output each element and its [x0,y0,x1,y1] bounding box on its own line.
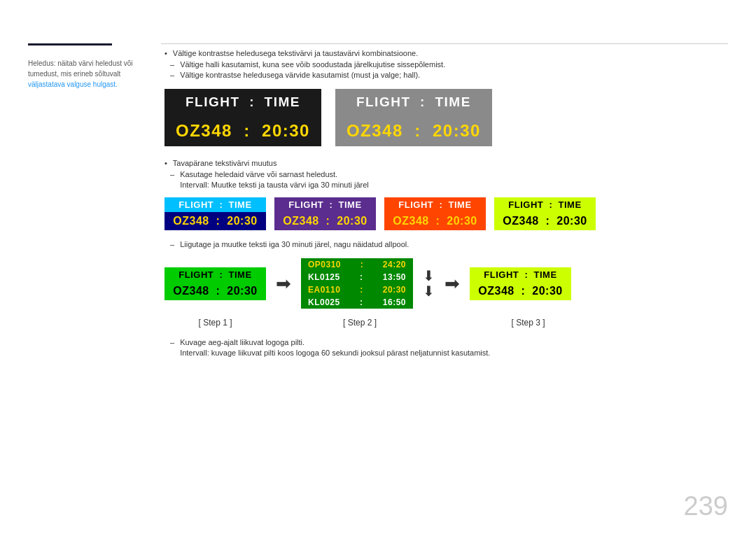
dash-2: – [170,71,174,79]
arrows-down: ⬇ ⬇ [423,269,435,298]
step1-top: FLIGHT : TIME [164,267,266,282]
top-rule [161,43,728,44]
arrow-down-2: ⬇ [423,284,435,298]
bullet-item-1: • Vältige kontrastse heledusega tekstivä… [164,49,728,57]
step1-label: [ Step 1 ] [164,316,266,328]
sidebar: Heledus: näitab värvi heledust või tumed… [28,43,150,90]
display-cyan-top: FLIGHT : TIME [164,197,266,212]
display-dark-bottom: OZ348 : 20:30 [164,115,321,146]
step2-row3: EA0110:20:30 [301,283,413,296]
display-gray-bottom: OZ348 : 20:30 [335,115,492,146]
note-dash-text-2: Intervall: Muutke teksti ja tausta värvi… [180,181,369,189]
display-yellow-bottom: OZ348 : 20:30 [494,212,596,230]
screensaver-text-1: Kuvage aeg-ajalt liikuvat logoga pilti. [180,338,304,346]
page-number: 239 [684,491,728,521]
steps-row: FLIGHT : TIME OZ348 : 20:30 ➡ OP0310:24:… [164,258,728,309]
sidebar-line2: tumedust, mis erineb sõltuvalt [28,70,120,78]
scroll-note: – Liigutage ja muutke teksti iga 30 minu… [164,240,728,248]
step3-bottom: OZ348 : 20:30 [470,282,571,300]
display-orange: FLIGHT : TIME OZ348 : 20:30 [384,197,486,230]
screensaver-dash-1: – Kuvage aeg-ajalt liikuvat logoga pilti… [164,338,728,346]
arrow-down-1: ⬇ [423,269,435,283]
screensaver-dash-sym-2 [170,349,174,357]
display-purple-bottom: OZ348 : 20:30 [274,212,376,230]
step2-display: OP0310:24:20 KL0125:13:50 EA0110:20:30 K… [301,258,413,309]
scroll-dash-sym: – [170,240,174,248]
display-cyan-bottom: OZ348 : 20:30 [164,212,266,230]
dash-1: – [170,60,174,69]
dash-text-2: Vältige kontrastse heledusega värvide ka… [180,71,420,79]
large-displays-row: FLIGHT : TIME OZ348 : 20:30 FLIGHT : TIM… [164,89,728,146]
step2-label: [ Step 2 ] [304,316,416,328]
note-dash-2: Intervall: Muutke teksti ja tausta värvi… [164,181,728,189]
screensaver-notes: – Kuvage aeg-ajalt liikuvat logoga pilti… [164,338,728,357]
step3-container: FLIGHT : TIME OZ348 : 20:30 [470,267,571,300]
arrow-right-2: ➡ [444,273,460,295]
screensaver-text-2: Intervall: kuvage liikuvat pilti koos lo… [180,349,490,357]
notes-section: • Tavapärane tekstivärvi muutus – Kasuta… [164,159,728,189]
step3-label: [ Step 3 ] [477,316,579,328]
display-purple: FLIGHT : TIME OZ348 : 20:30 [274,197,376,230]
small-boxes-row: FLIGHT : TIME OZ348 : 20:30 FLIGHT : TIM… [164,197,728,230]
note-dash-sym-2 [170,181,174,189]
display-orange-bottom: OZ348 : 20:30 [384,212,486,230]
dash-item-2: – Vältige kontrastse heledusega värvide … [164,71,728,79]
sidebar-line3: väljastatava valguse hulgast. [28,80,118,88]
screensaver-dash-2: Intervall: kuvage liikuvat pilti koos lo… [164,349,728,357]
display-cyan: FLIGHT : TIME OZ348 : 20:30 [164,197,266,230]
sidebar-line1: Heledus: näitab värvi heledust või [28,59,133,67]
display-purple-top: FLIGHT : TIME [274,197,376,212]
bullet-section: • Vältige kontrastse heledusega tekstivä… [164,49,728,79]
scroll-dash-text: Liigutage ja muutke teksti iga 30 minuti… [180,240,409,248]
display-orange-top: FLIGHT : TIME [384,197,486,212]
step2-row2: KL0125:13:50 [301,271,413,283]
step3-top: FLIGHT : TIME [470,267,571,282]
note-bullet-dot: • [164,159,167,167]
step1-bottom: OZ348 : 20:30 [164,282,266,300]
step-labels-row: [ Step 1 ] [ Step 2 ] [ Step 3 ] [164,316,728,328]
arrow-right-1: ➡ [276,273,291,295]
screensaver-dash-sym-1: – [170,338,174,346]
step1-display: FLIGHT : TIME OZ348 : 20:30 [164,267,266,300]
display-dark-top: FLIGHT : TIME [164,89,321,115]
display-yellow: FLIGHT : TIME OZ348 : 20:30 [494,197,596,230]
note-dash-text-1: Kasutage heledaid värve või sarnast hele… [180,170,337,178]
display-yellow-top: FLIGHT : TIME [494,197,596,212]
note-dash-1: – Kasutage heledaid värve või sarnast he… [164,170,728,178]
main-content: • Vältige kontrastse heledusega tekstivä… [164,49,728,359]
display-gray: FLIGHT : TIME OZ348 : 20:30 [335,89,492,146]
step2-row4: KL0025:16:50 [301,296,413,309]
note-bullet-1: • Tavapärane tekstivärvi muutus [164,159,728,167]
bullet-dot-1: • [164,49,167,57]
dash-text-1: Vältige halli kasutamist, kuna see võib … [180,60,445,69]
dash-item-1: – Vältige halli kasutamist, kuna see või… [164,60,728,69]
sidebar-text: Heledus: näitab värvi heledust või tumed… [28,58,150,90]
step1-container: FLIGHT : TIME OZ348 : 20:30 [164,267,266,300]
display-gray-top: FLIGHT : TIME [335,89,492,115]
sidebar-rule [28,43,112,45]
steps-section: FLIGHT : TIME OZ348 : 20:30 ➡ OP0310:24:… [164,258,728,328]
note-dash-sym-1: – [170,170,174,178]
bullet-text-1: Vältige kontrastse heledusega tekstivärv… [173,49,418,57]
step3-display: FLIGHT : TIME OZ348 : 20:30 [470,267,571,300]
scroll-dash-item: – Liigutage ja muutke teksti iga 30 minu… [164,240,728,248]
display-dark: FLIGHT : TIME OZ348 : 20:30 [164,89,321,146]
step2-row1: OP0310:24:20 [301,258,413,271]
note-text-1: Tavapärane tekstivärvi muutus [173,159,277,167]
